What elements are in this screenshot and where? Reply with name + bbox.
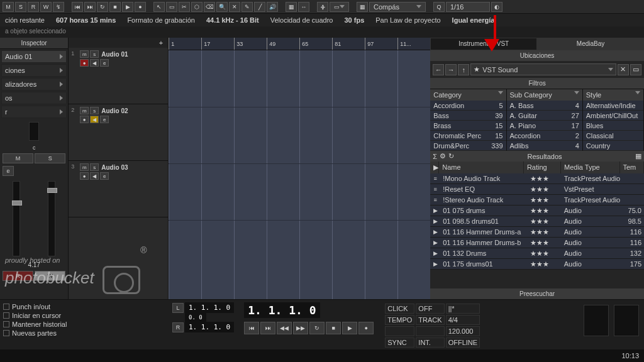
forward-icon[interactable]: ▶▶ <box>293 322 308 334</box>
col-mediatype[interactable]: Media Type <box>561 162 619 173</box>
inspector-section[interactable]: ciones <box>1 64 67 77</box>
tempo-label[interactable]: TEMPO <box>385 315 414 325</box>
arranger-area[interactable]: 117334965819711... <box>169 38 430 299</box>
grid-icon[interactable]: ▦ <box>357 2 368 12</box>
track-monitor[interactable]: ◀ <box>90 59 99 67</box>
zoom-tool-icon[interactable]: 🔍 <box>216 2 228 12</box>
result-row[interactable]: ▶01 132 Drums★★★Audio132 <box>430 248 644 259</box>
back-icon[interactable]: ← <box>433 64 444 75</box>
subcategory-item[interactable]: A. Piano17 <box>507 121 582 131</box>
play-transport-icon[interactable]: ▶ <box>342 322 357 334</box>
tempo-value[interactable]: 120.000 <box>446 326 480 336</box>
range-tool-icon[interactable]: ▭ <box>166 2 177 12</box>
record-icon[interactable]: ● <box>135 2 146 12</box>
category-item[interactable]: Accordion5 <box>430 101 506 111</box>
track-edit[interactable]: e <box>100 59 109 67</box>
col-name[interactable]: Name <box>439 162 524 173</box>
track-edit[interactable]: e <box>100 116 109 123</box>
track[interactable]: 3msAudio 03●◀e <box>69 161 168 217</box>
subcategory-item[interactable]: A. Guitar27 <box>507 111 582 121</box>
forward-icon[interactable]: → <box>445 64 457 75</box>
grid-icon[interactable]: ▦ <box>635 152 641 160</box>
arrow-tool-icon[interactable]: ↖ <box>153 2 165 12</box>
track-monitor[interactable]: ◀ <box>90 172 99 180</box>
fader-left[interactable] <box>13 181 20 256</box>
line-tool-icon[interactable]: ╱ <box>254 2 265 12</box>
punch-checkbox[interactable] <box>3 304 9 310</box>
write-button[interactable]: W <box>35 271 65 281</box>
play-tool-icon[interactable]: 🔊 <box>267 2 278 12</box>
col-rating[interactable]: Rating <box>524 162 561 173</box>
style-item[interactable]: Classical <box>583 131 643 141</box>
result-row[interactable]: ▶01 075 drums★★★Audio75.0 <box>430 206 644 216</box>
track-edit[interactable]: e <box>100 172 109 180</box>
track-mute[interactable]: m <box>80 163 89 171</box>
goto-end-icon[interactable]: ⏭ <box>260 322 275 334</box>
left-locator[interactable]: 1. 1. 1. 0 <box>185 302 234 313</box>
cycle-transport-icon[interactable]: ↻ <box>309 322 325 334</box>
msrw-w[interactable]: W <box>40 2 52 12</box>
sigma-icon[interactable]: Σ <box>433 153 437 160</box>
mute-tool-icon[interactable]: ✕ <box>229 2 240 12</box>
hist-checkbox[interactable] <box>3 321 9 327</box>
result-row[interactable]: ≡!Reset EQ★★★VstPreset <box>430 184 644 195</box>
track-monitor[interactable]: ◀ <box>90 116 99 123</box>
add-track-button[interactable]: + <box>69 38 168 48</box>
track[interactable]: 1msAudio 01●◀e <box>69 48 168 104</box>
locator-l[interactable]: L <box>172 303 184 313</box>
snap-icon[interactable]: ᚖ <box>317 2 328 12</box>
result-row[interactable]: ▶01 116 Hammer Drums-a★★★Audio116 <box>430 227 644 238</box>
tab-mediabay[interactable]: MediaBay <box>537 38 644 50</box>
goto-start-icon[interactable]: ⏮ <box>244 322 259 334</box>
refresh-icon[interactable]: ↻ <box>448 152 454 160</box>
record-transport-icon[interactable]: ● <box>358 322 374 334</box>
sync-status[interactable]: OFFLINE <box>446 337 480 348</box>
grid-type-select[interactable]: Compás <box>369 2 426 12</box>
sub-locator[interactable]: 0. 0 <box>185 313 206 322</box>
color-tool-icon[interactable]: ▦ <box>286 2 297 12</box>
category-item[interactable]: Chromatic Perc15 <box>430 131 506 141</box>
cursor-checkbox[interactable] <box>3 312 9 319</box>
subcategory-column-header[interactable]: Sub Category <box>507 89 582 101</box>
subcategory-item[interactable]: Adlibs4 <box>507 141 582 151</box>
style-item[interactable]: Blues <box>583 121 643 131</box>
locator-r[interactable]: R <box>172 322 184 332</box>
category-column-header[interactable]: Category <box>430 89 506 101</box>
browse-icon[interactable]: ▭ <box>630 64 641 75</box>
category-item[interactable]: Brass15 <box>430 121 506 131</box>
mute-button[interactable]: M <box>3 153 33 163</box>
click-value[interactable]: OFF <box>416 304 444 314</box>
quantize-apply-icon[interactable]: ◐ <box>491 2 502 12</box>
msrw-m[interactable]: M <box>3 2 14 12</box>
up-icon[interactable]: ↑ <box>458 64 469 75</box>
category-item[interactable]: Bass39 <box>430 111 506 121</box>
result-row[interactable]: ▶01 116 Hammer Drums-b★★★Audio116 <box>430 238 644 248</box>
automation-icon[interactable]: ↯ <box>53 2 64 12</box>
snap-type-select[interactable]: ▭ <box>330 2 349 12</box>
msrw-r[interactable]: R <box>28 2 39 12</box>
track-record[interactable]: ● <box>80 172 89 180</box>
solo-button[interactable]: S <box>35 153 65 163</box>
inspector-track-header[interactable]: Audio 01 <box>1 50 67 63</box>
tempo-track[interactable]: TRACK <box>416 315 444 325</box>
edit-button[interactable]: e <box>3 166 14 176</box>
category-item[interactable]: Drum&Perc339 <box>430 141 506 151</box>
col-tempo[interactable]: Tem <box>620 162 644 173</box>
track-mute[interactable]: m <box>80 50 89 58</box>
rewind-end-icon[interactable]: ⏭ <box>84 2 96 12</box>
result-row[interactable]: ≡!Mono Audio Track★★★TrackPreset Audio <box>430 173 644 184</box>
track-record[interactable]: ● <box>80 116 89 123</box>
inspector-section[interactable]: os <box>1 92 67 104</box>
fader-right[interactable] <box>48 181 55 256</box>
draw-tool-icon[interactable]: ✎ <box>242 2 253 12</box>
precount-icon[interactable]: ||* <box>446 304 480 314</box>
style-item[interactable]: Country <box>583 141 643 151</box>
track-solo[interactable]: s <box>90 50 99 58</box>
nuevas-checkbox[interactable] <box>3 330 9 336</box>
track-record[interactable]: ● <box>80 59 89 67</box>
stop-icon[interactable]: ■ <box>109 2 121 12</box>
inspector-section[interactable]: r <box>1 106 67 118</box>
rewind-start-icon[interactable]: ⏮ <box>72 2 83 12</box>
msrw-s[interactable]: S <box>15 2 26 12</box>
timesig-value[interactable]: 4/4 <box>446 315 480 325</box>
